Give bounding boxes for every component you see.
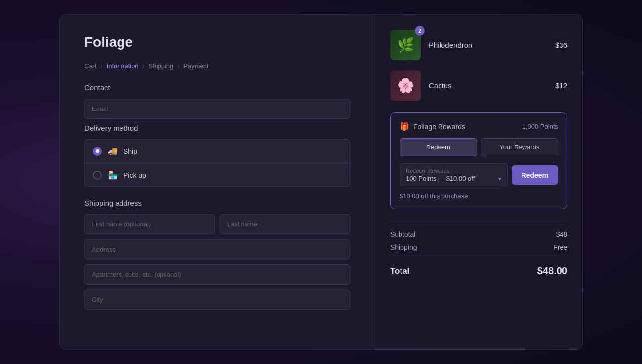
product-price-philodendron: $36 <box>555 41 567 49</box>
delivery-options: 🚚 Ship 🏪 Pick up <box>84 139 350 187</box>
apt-input[interactable] <box>84 264 350 285</box>
redeem-select-text: 100 Points — $10.00 off <box>406 175 475 182</box>
breadcrumb-payment[interactable]: Payment <box>183 62 208 70</box>
delivery-option-pickup[interactable]: 🏪 Pick up <box>85 163 350 186</box>
redeem-select-value: 100 Points — $10.00 off ▾ <box>406 175 501 182</box>
product-image-wrapper-philodendron: 🌿 2 <box>390 30 421 60</box>
rewards-header: 🎁 Foliage Rewards 1,000 Points <box>400 122 558 131</box>
breadcrumb-information[interactable]: Information <box>107 62 139 70</box>
app-title: Foliage <box>84 35 350 50</box>
redeem-select-label: Redeem Rewards <box>406 168 501 174</box>
contact-label: Contact <box>84 83 350 92</box>
radio-ship[interactable] <box>93 147 102 156</box>
radio-pickup[interactable] <box>93 171 102 180</box>
tab-your-rewards[interactable]: Your Rewards <box>481 138 559 156</box>
product-image-wrapper-cactus: 🌸 <box>390 70 421 101</box>
breadcrumb: Cart › Information › Shipping › Payment <box>84 62 350 70</box>
shipping-label: Shipping <box>390 243 417 251</box>
name-row <box>84 214 350 234</box>
redeem-select-wrapper[interactable]: Redeem Rewards 100 Points — $10.00 off ▾ <box>400 163 508 186</box>
product-item-cactus: 🌸 Cactus $12 <box>390 70 567 101</box>
rewards-title: Foliage Rewards <box>413 123 465 131</box>
ship-icon: 🚚 <box>108 146 118 156</box>
discount-text: $10.00 off this purchase <box>400 192 558 200</box>
rewards-tabs: Redeem Your Rewards <box>400 138 558 156</box>
redeem-button[interactable]: Redeem <box>512 165 558 185</box>
left-panel: Foliage Cart › Information › Shipping › … <box>60 15 375 349</box>
product-name-cactus: Cactus <box>429 81 547 90</box>
radio-ship-inner <box>96 149 99 153</box>
rewards-card: 🎁 Foliage Rewards 1,000 Points Redeem Yo… <box>390 112 567 209</box>
pickup-label: Pick up <box>123 171 146 179</box>
first-name-input[interactable] <box>84 214 215 234</box>
breadcrumb-cart[interactable]: Cart <box>84 62 97 70</box>
email-input[interactable] <box>84 99 350 119</box>
subtotal-value: $48 <box>556 230 567 238</box>
gift-icon: 🎁 <box>400 122 409 131</box>
subtotal-label: Subtotal <box>390 230 415 238</box>
product-price-cactus: $12 <box>555 81 567 90</box>
total-row: Total $48.00 <box>390 265 567 277</box>
delivery-label: Delivery method <box>84 124 350 132</box>
total-value: $48.00 <box>537 265 567 277</box>
tab-redeem[interactable]: Redeem <box>400 138 477 156</box>
address-input[interactable] <box>84 239 350 259</box>
last-name-input[interactable] <box>220 214 350 234</box>
dropdown-arrow-icon: ▾ <box>498 175 501 182</box>
rewards-title-area: 🎁 Foliage Rewards <box>400 122 465 131</box>
divider-bottom <box>390 256 567 256</box>
shipping-address-label: Shipping address <box>84 199 350 207</box>
shipping-value: Free <box>553 243 567 251</box>
product-list: 🌿 2 Philodendron $36 🌸 Cactus $12 <box>390 30 567 101</box>
total-label: Total <box>390 266 409 276</box>
pickup-icon: 🏪 <box>108 170 118 180</box>
city-input[interactable] <box>84 290 350 310</box>
breadcrumb-sep-3: › <box>177 63 179 70</box>
subtotal-row: Subtotal $48 <box>390 230 567 238</box>
shipping-row: Shipping Free <box>390 243 567 251</box>
divider-top <box>390 221 567 221</box>
breadcrumb-shipping[interactable]: Shipping <box>149 62 174 70</box>
ship-label: Ship <box>123 147 137 155</box>
right-panel: 🌿 2 Philodendron $36 🌸 Cactus $12 🎁 F <box>375 15 582 349</box>
rewards-points: 1,000 Points <box>522 123 558 130</box>
main-container: Foliage Cart › Information › Shipping › … <box>59 14 583 350</box>
breadcrumb-sep-1: › <box>101 63 103 70</box>
delivery-option-ship[interactable]: 🚚 Ship <box>85 140 350 163</box>
product-item-philodendron: 🌿 2 Philodendron $36 <box>390 30 567 60</box>
redeem-row: Redeem Rewards 100 Points — $10.00 off ▾… <box>400 163 558 186</box>
product-name-philodendron: Philodendron <box>429 41 547 49</box>
breadcrumb-sep-2: › <box>143 63 145 70</box>
product-image-cactus: 🌸 <box>390 70 421 101</box>
product-badge-philodendron: 2 <box>415 26 425 36</box>
